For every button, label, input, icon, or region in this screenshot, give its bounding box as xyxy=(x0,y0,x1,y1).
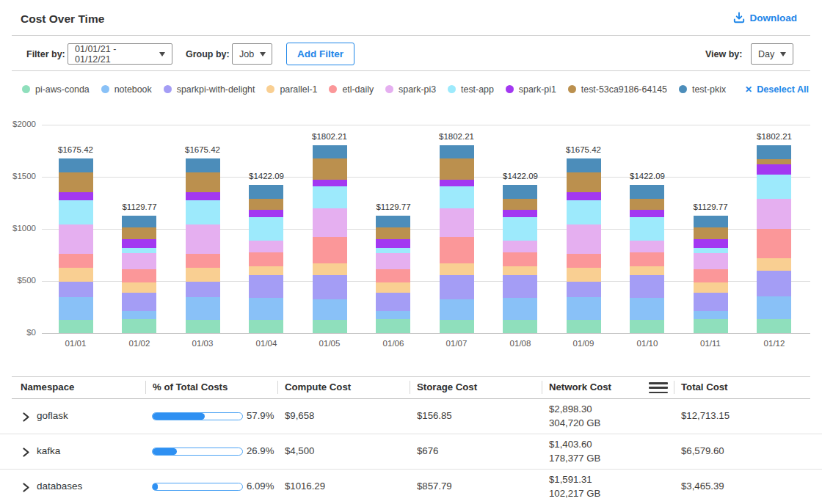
bar-segment-test-app[interactable] xyxy=(694,248,728,253)
table-row[interactable]: kafka26.9%$4,500$676$1,403.60178,377 GB$… xyxy=(0,434,822,470)
legend-item-pi-aws-conda[interactable]: pi-aws-conda xyxy=(22,84,90,95)
bar-segment-sparkpi-with-delight[interactable] xyxy=(630,275,664,298)
bar-segment-test-pkix[interactable] xyxy=(249,185,283,199)
bar-segment-sparkpi-with-delight[interactable] xyxy=(757,271,791,296)
bar-segment-sparkpi-with-delight[interactable] xyxy=(567,282,601,297)
bar-segment-parallel-1[interactable] xyxy=(440,263,474,275)
bar-segment-parallel-1[interactable] xyxy=(694,282,728,293)
bar-segment-sparkpi-with-delight[interactable] xyxy=(59,282,93,297)
bar-segment-test-pkix[interactable] xyxy=(59,158,93,172)
group-by-select[interactable]: Job xyxy=(232,43,272,65)
bar-segment-spark-pi1[interactable] xyxy=(313,180,347,186)
bar-segment-test-53ca9186-64145[interactable] xyxy=(186,172,220,192)
bar-segment-test-53ca9186-64145[interactable] xyxy=(503,199,537,210)
bar-segment-test-app[interactable] xyxy=(186,200,220,224)
legend-item-test-pkix[interactable]: test-pkix xyxy=(679,84,726,95)
bar-segment-etl-daily[interactable] xyxy=(376,269,410,282)
bar-segment-pi-aws-conda[interactable] xyxy=(122,319,156,333)
bar-segment-etl-daily[interactable] xyxy=(630,252,664,266)
download-button[interactable]: Download xyxy=(729,11,802,24)
bar-segment-test-pkix[interactable] xyxy=(122,216,156,227)
bar-segment-parallel-1[interactable] xyxy=(313,263,347,275)
bar-segment-spark-pi1[interactable] xyxy=(376,239,410,248)
bar-segment-test-53ca9186-64145[interactable] xyxy=(313,158,347,180)
bar-segment-etl-daily[interactable] xyxy=(122,269,156,282)
table-row[interactable]: databases6.09%$1016.29$857.79$1,591.3110… xyxy=(0,469,822,504)
bar-segment-test-app[interactable] xyxy=(440,186,474,208)
bar-segment-notebook[interactable] xyxy=(249,298,283,320)
bar-segment-spark-pi3[interactable] xyxy=(440,208,474,237)
bar-segment-spark-pi1[interactable] xyxy=(440,180,474,186)
bar-segment-pi-aws-conda[interactable] xyxy=(694,319,728,333)
bar-segment-pi-aws-conda[interactable] xyxy=(567,320,601,333)
bar-segment-spark-pi1[interactable] xyxy=(567,192,601,200)
bar-segment-pi-aws-conda[interactable] xyxy=(630,320,664,333)
bar-segment-spark-pi1[interactable] xyxy=(59,192,93,200)
bar-segment-pi-aws-conda[interactable] xyxy=(186,320,220,333)
bar-segment-test-53ca9186-64145[interactable] xyxy=(630,199,664,210)
bar-segment-parallel-1[interactable] xyxy=(122,282,156,293)
bar-segment-sparkpi-with-delight[interactable] xyxy=(313,275,347,299)
bar-segment-test-pkix[interactable] xyxy=(313,145,347,158)
bar-segment-notebook[interactable] xyxy=(376,311,410,319)
bar-segment-notebook[interactable] xyxy=(186,297,220,320)
chevron-right-icon[interactable] xyxy=(22,412,30,425)
bar-segment-pi-aws-conda[interactable] xyxy=(313,320,347,333)
bar-segment-etl-daily[interactable] xyxy=(249,252,283,266)
bar-segment-pi-aws-conda[interactable] xyxy=(376,319,410,333)
bar-segment-spark-pi3[interactable] xyxy=(186,224,220,254)
bar-segment-pi-aws-conda[interactable] xyxy=(503,320,537,333)
table-row[interactable]: goflask57.9%$9,658$156.85$2,898.30304,72… xyxy=(0,398,822,434)
bar-segment-etl-daily[interactable] xyxy=(59,254,93,268)
bar-segment-test-app[interactable] xyxy=(376,248,410,253)
bar-segment-notebook[interactable] xyxy=(59,297,93,320)
bar-segment-parallel-1[interactable] xyxy=(59,268,93,282)
bar-segment-spark-pi3[interactable] xyxy=(313,208,347,237)
bar-segment-parallel-1[interactable] xyxy=(503,266,537,275)
bar-segment-spark-pi1[interactable] xyxy=(186,192,220,200)
bar-segment-parallel-1[interactable] xyxy=(376,282,410,293)
legend-item-spark-pi1[interactable]: spark-pi1 xyxy=(506,84,556,95)
bar-segment-test-app[interactable] xyxy=(122,248,156,253)
bar-segment-pi-aws-conda[interactable] xyxy=(440,320,474,333)
bar-segment-notebook[interactable] xyxy=(122,311,156,319)
bar-segment-spark-pi1[interactable] xyxy=(503,210,537,217)
bar-segment-notebook[interactable] xyxy=(694,311,728,319)
bar-segment-test-pkix[interactable] xyxy=(440,145,474,158)
bar-segment-test-pkix[interactable] xyxy=(376,216,410,227)
bar-segment-test-app[interactable] xyxy=(630,217,664,241)
bar-segment-pi-aws-conda[interactable] xyxy=(757,319,791,333)
bar-segment-test-53ca9186-64145[interactable] xyxy=(122,227,156,239)
bar-segment-test-53ca9186-64145[interactable] xyxy=(440,158,474,180)
bar-segment-sparkpi-with-delight[interactable] xyxy=(122,293,156,311)
bar-segment-spark-pi1[interactable] xyxy=(249,210,283,217)
bar-segment-etl-daily[interactable] xyxy=(567,254,601,268)
legend-item-etl-daily[interactable]: etl-daily xyxy=(329,84,374,95)
bar-segment-spark-pi3[interactable] xyxy=(122,253,156,269)
bar-segment-spark-pi3[interactable] xyxy=(376,253,410,269)
bar-segment-test-pkix[interactable] xyxy=(694,216,728,227)
legend-item-test-53ca9186-64145[interactable]: test-53ca9186-64145 xyxy=(568,84,667,95)
bar-segment-parallel-1[interactable] xyxy=(186,268,220,282)
bar-segment-test-pkix[interactable] xyxy=(630,185,664,199)
bar-segment-spark-pi1[interactable] xyxy=(757,164,791,175)
bar-segment-spark-pi3[interactable] xyxy=(630,241,664,252)
menu-icon[interactable] xyxy=(649,382,668,394)
bar-segment-pi-aws-conda[interactable] xyxy=(59,320,93,333)
bar-segment-test-app[interactable] xyxy=(503,217,537,241)
bar-segment-spark-pi3[interactable] xyxy=(694,253,728,269)
bar-segment-notebook[interactable] xyxy=(503,298,537,320)
bar-segment-test-app[interactable] xyxy=(249,217,283,241)
bar-segment-sparkpi-with-delight[interactable] xyxy=(694,293,728,311)
bar-segment-test-53ca9186-64145[interactable] xyxy=(376,227,410,239)
bar-segment-parallel-1[interactable] xyxy=(630,266,664,275)
bar-segment-test-pkix[interactable] xyxy=(503,185,537,199)
bar-segment-sparkpi-with-delight[interactable] xyxy=(440,275,474,299)
bar-segment-notebook[interactable] xyxy=(757,296,791,319)
bar-segment-notebook[interactable] xyxy=(440,299,474,320)
bar-segment-parallel-1[interactable] xyxy=(249,266,283,275)
bar-segment-etl-daily[interactable] xyxy=(440,237,474,263)
legend-item-parallel-1[interactable]: parallel-1 xyxy=(266,84,317,95)
bar-segment-etl-daily[interactable] xyxy=(757,229,791,258)
bar-segment-spark-pi1[interactable] xyxy=(630,210,664,217)
